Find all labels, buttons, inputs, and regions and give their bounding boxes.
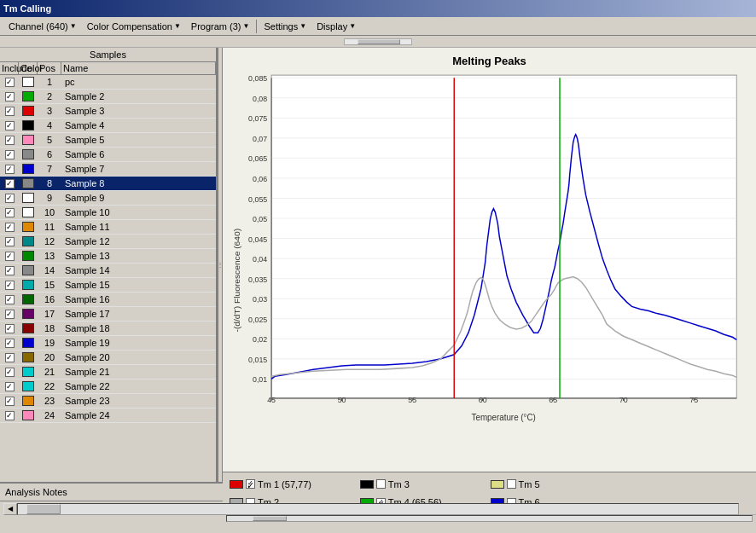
color-swatch: [22, 222, 34, 232]
checkbox-icon[interactable]: [5, 121, 15, 130]
table-row[interactable]: 2Sample 2: [0, 90, 216, 104]
checkbox-icon[interactable]: [5, 150, 15, 159]
table-row[interactable]: 11Sample 11: [0, 220, 216, 235]
checkbox-icon[interactable]: [5, 295, 15, 304]
include-checkbox[interactable]: [0, 75, 19, 89]
legend-tm1-color: [230, 480, 243, 489]
bottom-scroll-bar[interactable]: ◀ ▶: [0, 501, 756, 516]
table-row[interactable]: 7Sample 7: [0, 162, 216, 177]
table-row[interactable]: 17Sample 17: [0, 307, 216, 322]
include-checkbox[interactable]: [0, 133, 19, 147]
include-checkbox[interactable]: [0, 249, 19, 263]
checkbox-icon[interactable]: [5, 411, 15, 420]
checkbox-icon[interactable]: [5, 339, 15, 348]
color-cell: [19, 220, 38, 234]
table-row[interactable]: 19Sample 19: [0, 336, 216, 351]
table-row[interactable]: 23Sample 23: [0, 394, 216, 408]
top-scroll-thumb[interactable]: [358, 39, 400, 44]
h-scrollbar[interactable]: [17, 503, 739, 515]
top-scroll-track[interactable]: [344, 38, 412, 45]
samples-list[interactable]: 1pc2Sample 23Sample 34Sample 45Sample 56…: [0, 75, 216, 482]
legend-tm1-checkbox[interactable]: ✓: [246, 479, 255, 489]
checkbox-icon[interactable]: [5, 266, 15, 275]
include-checkbox[interactable]: [0, 278, 19, 292]
table-row[interactable]: 16Sample 16: [0, 293, 216, 307]
table-row[interactable]: 9Sample 9: [0, 191, 216, 206]
checkbox-icon[interactable]: [5, 368, 15, 377]
include-checkbox[interactable]: [0, 351, 19, 364]
table-row[interactable]: 5Sample 5: [0, 133, 216, 148]
checkbox-icon[interactable]: [5, 107, 15, 116]
include-checkbox[interactable]: [0, 148, 19, 161]
checkbox-icon[interactable]: [5, 237, 15, 246]
checkbox-icon[interactable]: [5, 324, 15, 333]
table-row[interactable]: 6Sample 6: [0, 148, 216, 162]
checkbox-icon[interactable]: [5, 310, 15, 319]
checkbox-icon[interactable]: [5, 208, 15, 217]
table-row[interactable]: 21Sample 21: [0, 365, 216, 379]
checkbox-icon[interactable]: [5, 223, 15, 232]
right-scroll-thumb[interactable]: [253, 516, 287, 521]
pos-cell: 7: [38, 162, 61, 176]
include-checkbox[interactable]: [0, 191, 19, 205]
table-row[interactable]: 8Sample 8: [0, 177, 216, 191]
include-checkbox[interactable]: [0, 104, 19, 118]
menu-program[interactable]: Program (3) ▼: [186, 20, 255, 33]
color-cell: [19, 264, 38, 277]
include-checkbox[interactable]: [0, 293, 19, 306]
table-row[interactable]: 18Sample 18: [0, 322, 216, 336]
table-row[interactable]: 13Sample 13: [0, 249, 216, 264]
right-scroll-track[interactable]: [226, 515, 753, 522]
checkbox-icon[interactable]: [5, 92, 15, 101]
legend-tm3: Tm 3: [360, 476, 489, 493]
checkbox-icon[interactable]: [5, 382, 15, 391]
checkbox-icon[interactable]: [5, 281, 15, 290]
checkbox-icon[interactable]: [5, 165, 15, 174]
table-row[interactable]: 24Sample 24: [0, 408, 216, 423]
color-swatch: [22, 309, 34, 319]
table-row[interactable]: 10Sample 10: [0, 206, 216, 220]
table-row[interactable]: 20Sample 20: [0, 351, 216, 365]
include-checkbox[interactable]: [0, 394, 19, 408]
table-row[interactable]: 12Sample 12: [0, 235, 216, 249]
menu-display[interactable]: Display ▼: [311, 20, 361, 33]
checkbox-icon[interactable]: [5, 78, 15, 87]
include-checkbox[interactable]: [0, 90, 19, 103]
include-checkbox[interactable]: [0, 379, 19, 393]
legend-tm5-checkbox[interactable]: [507, 479, 516, 489]
include-checkbox[interactable]: [0, 365, 19, 379]
menu-color-comp[interactable]: Color Compensation ▼: [82, 20, 186, 33]
table-row[interactable]: 15Sample 15: [0, 278, 216, 293]
scroll-left-btn[interactable]: ◀: [3, 503, 17, 515]
table-row[interactable]: 4Sample 4: [0, 119, 216, 133]
checkbox-icon[interactable]: [5, 179, 15, 188]
right-scroll-bar[interactable]: [223, 514, 756, 522]
color-swatch: [22, 164, 34, 174]
checkbox-icon[interactable]: [5, 353, 15, 362]
svg-text:0,06: 0,06: [253, 175, 267, 183]
table-row[interactable]: 1pc: [0, 75, 216, 90]
checkbox-icon[interactable]: [5, 194, 15, 203]
include-checkbox[interactable]: [0, 162, 19, 176]
include-checkbox[interactable]: [0, 220, 19, 234]
include-checkbox[interactable]: [0, 336, 19, 350]
table-row[interactable]: 14Sample 14: [0, 264, 216, 278]
name-cell: Sample 23: [61, 394, 216, 408]
include-checkbox[interactable]: [0, 408, 19, 422]
checkbox-icon[interactable]: [5, 252, 15, 261]
menu-channel[interactable]: Channel (640) ▼: [3, 20, 82, 33]
include-checkbox[interactable]: [0, 322, 19, 335]
include-checkbox[interactable]: [0, 264, 19, 277]
checkbox-icon[interactable]: [5, 397, 15, 406]
table-row[interactable]: 3Sample 3: [0, 104, 216, 119]
include-checkbox[interactable]: [0, 119, 19, 132]
checkbox-icon[interactable]: [5, 136, 15, 145]
include-checkbox[interactable]: [0, 307, 19, 321]
menu-settings[interactable]: Settings ▼: [259, 20, 311, 33]
legend-tm3-checkbox[interactable]: [376, 479, 386, 489]
table-row[interactable]: 22Sample 22: [0, 379, 216, 394]
include-checkbox[interactable]: [0, 235, 19, 248]
include-checkbox[interactable]: [0, 206, 19, 219]
h-scrollbar-thumb[interactable]: [26, 504, 61, 514]
include-checkbox[interactable]: [0, 177, 19, 190]
